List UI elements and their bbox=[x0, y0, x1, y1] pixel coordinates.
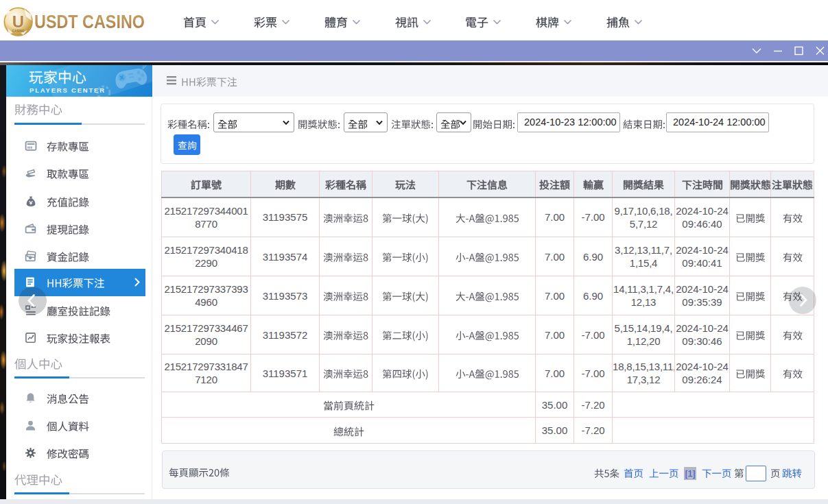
svg-text:CASINO: CASINO bbox=[12, 29, 25, 33]
svg-text:U: U bbox=[12, 12, 24, 31]
